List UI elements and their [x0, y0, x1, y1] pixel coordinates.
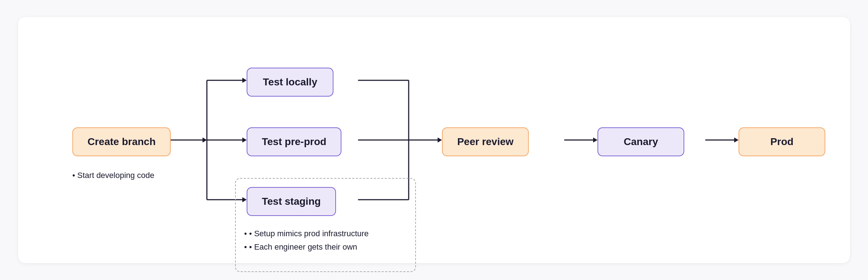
svg-marker-18 — [734, 137, 739, 143]
create-branch-node: Create branch — [72, 127, 171, 156]
prod-node: Prod — [739, 127, 825, 156]
svg-marker-6 — [242, 137, 247, 143]
canary-node: Canary — [597, 127, 684, 156]
test-locally-node: Test locally — [247, 68, 333, 97]
svg-marker-14 — [438, 137, 442, 143]
svg-marker-8 — [242, 197, 247, 202]
test-staging-node: Test staging — [247, 187, 336, 216]
test-staging-annotation: • Setup mimics prod infrastructure • Eac… — [244, 227, 369, 254]
peer-review-node: Peer review — [442, 127, 529, 156]
test-preprod-node: Test pre-prod — [247, 127, 341, 156]
svg-marker-4 — [242, 78, 247, 83]
svg-marker-1 — [203, 137, 207, 143]
diagram-container: Create branch • Start developing code Te… — [18, 17, 850, 263]
create-branch-annotation: • Start developing code — [72, 169, 154, 182]
svg-marker-16 — [593, 137, 597, 143]
